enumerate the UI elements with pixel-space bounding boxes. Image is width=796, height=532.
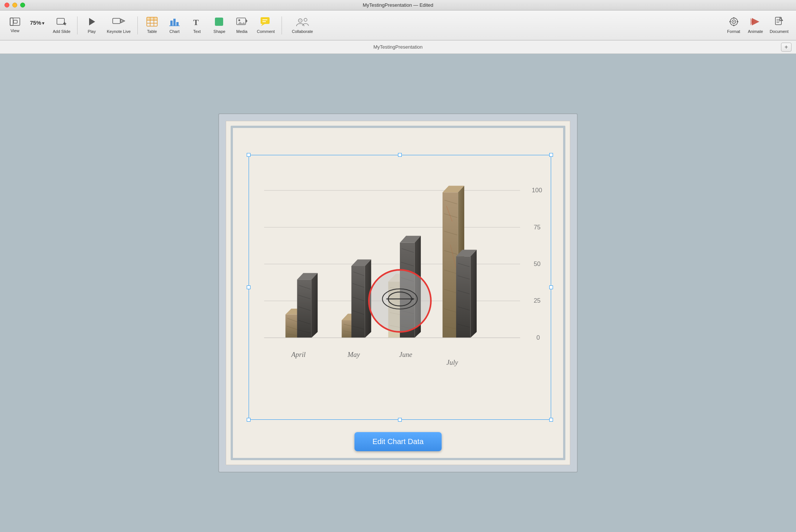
svg-text:May: May <box>347 351 360 358</box>
chart-wrapper[interactable]: 100 75 50 25 0 <box>249 155 551 420</box>
format-icon <box>728 17 739 28</box>
collaborate-button[interactable]: Collaborate <box>286 13 319 37</box>
svg-point-33 <box>299 19 301 22</box>
svg-point-32 <box>304 18 307 21</box>
svg-marker-120 <box>471 250 477 338</box>
table-icon <box>146 17 158 28</box>
separator-3 <box>282 16 282 34</box>
document-label: Document <box>770 29 789 34</box>
svg-marker-57 <box>285 315 299 338</box>
svg-rect-18 <box>173 19 176 26</box>
svg-marker-28 <box>261 24 265 26</box>
animate-label: Animate <box>748 29 763 34</box>
play-button[interactable]: Play <box>81 13 102 37</box>
toolbar: View 75%▼ Zoom Add Slide Play <box>0 10 796 40</box>
svg-rect-2 <box>13 20 17 23</box>
zoom-button[interactable]: 75%▼ Zoom <box>27 13 48 37</box>
window-title: MyTestingPresentation — Edited <box>363 2 434 8</box>
svg-point-100 <box>369 270 431 332</box>
animate-button[interactable]: Animate <box>745 13 766 37</box>
svg-rect-19 <box>176 22 179 26</box>
handle-bottom-left[interactable] <box>247 418 250 422</box>
handle-bottom-center[interactable] <box>398 418 402 422</box>
svg-text:0: 0 <box>537 334 540 341</box>
separator-2 <box>137 16 138 34</box>
view-label: View <box>10 28 19 33</box>
separator-1 <box>77 16 78 34</box>
svg-marker-65 <box>312 273 318 338</box>
handle-top-left[interactable] <box>247 153 250 157</box>
svg-marker-105 <box>443 192 458 337</box>
svg-rect-8 <box>113 18 120 24</box>
add-slide-button[interactable]: Add Slide <box>50 13 73 37</box>
comment-label: Comment <box>257 29 275 34</box>
svg-marker-25 <box>237 22 246 25</box>
presentation-title: MyTestingPresentation <box>373 44 423 50</box>
slide-container: 100 75 50 25 0 <box>218 113 578 473</box>
traffic-lights <box>4 3 25 7</box>
svg-text:100: 100 <box>532 187 542 194</box>
media-icon <box>236 17 247 28</box>
handle-middle-left[interactable] <box>247 285 250 289</box>
table-label: Table <box>147 29 157 34</box>
presentation-title-bar: MyTestingPresentation + <box>0 40 796 54</box>
media-label: Media <box>236 29 247 34</box>
add-slide-icon <box>57 17 66 28</box>
svg-marker-76 <box>352 266 365 338</box>
animate-icon <box>750 17 761 28</box>
svg-text:50: 50 <box>534 260 540 267</box>
main-area: 100 75 50 25 0 <box>0 54 796 532</box>
close-button[interactable] <box>4 3 9 7</box>
text-button[interactable]: T Text <box>186 13 207 37</box>
document-button[interactable]: Document <box>767 13 792 37</box>
minimize-button[interactable] <box>12 3 17 7</box>
handle-top-right[interactable] <box>549 153 553 157</box>
shape-icon <box>214 17 225 28</box>
document-icon <box>774 17 784 28</box>
collaborate-label: Collaborate <box>292 29 313 34</box>
svg-text:75: 75 <box>534 224 540 231</box>
view-button[interactable]: View <box>4 13 25 37</box>
format-label: Format <box>727 29 740 34</box>
title-bar: MyTestingPresentation — Edited <box>0 0 796 10</box>
comment-button[interactable]: Comment <box>254 13 278 37</box>
zoom-icon: 75%▼ <box>30 20 45 25</box>
svg-point-24 <box>239 19 240 21</box>
comment-icon <box>260 17 271 28</box>
add-slide-label: Add Slide <box>53 29 70 34</box>
svg-text:July: July <box>446 358 458 366</box>
media-button[interactable]: Media <box>231 13 252 37</box>
handle-bottom-right[interactable] <box>549 418 553 422</box>
svg-marker-7 <box>89 18 95 25</box>
edit-chart-data-button[interactable]: Edit Chart Data <box>355 432 442 451</box>
chart-icon <box>169 17 180 28</box>
add-panel-button[interactable]: + <box>781 43 792 52</box>
svg-rect-1 <box>10 18 13 25</box>
view-icon <box>10 18 20 27</box>
svg-rect-17 <box>170 21 173 26</box>
keynote-live-label: Keynote Live <box>107 29 131 34</box>
svg-point-40 <box>733 21 735 22</box>
shape-button[interactable]: Shape <box>209 13 230 37</box>
svg-rect-16 <box>147 17 157 20</box>
play-icon <box>87 17 97 28</box>
svg-text:T: T <box>193 18 199 27</box>
toolbar-right: Format Animate <box>723 13 792 37</box>
collaborate-icon <box>296 17 309 28</box>
svg-rect-22 <box>215 18 223 26</box>
format-button[interactable]: Format <box>723 13 744 37</box>
svg-text:25: 25 <box>534 297 540 304</box>
text-label: Text <box>193 29 201 34</box>
svg-text:June: June <box>399 351 412 358</box>
chart-button[interactable]: Chart <box>164 13 185 37</box>
handle-middle-right[interactable] <box>549 285 553 289</box>
table-button[interactable]: Table <box>142 13 162 37</box>
svg-rect-27 <box>261 17 270 24</box>
handle-top-center[interactable] <box>398 153 402 157</box>
text-icon: T <box>192 17 202 28</box>
shape-label: Shape <box>213 29 225 34</box>
maximize-button[interactable] <box>20 3 25 7</box>
slide[interactable]: 100 75 50 25 0 <box>226 121 570 465</box>
svg-line-10 <box>122 21 123 21</box>
keynote-live-button[interactable]: Keynote Live <box>104 13 134 37</box>
